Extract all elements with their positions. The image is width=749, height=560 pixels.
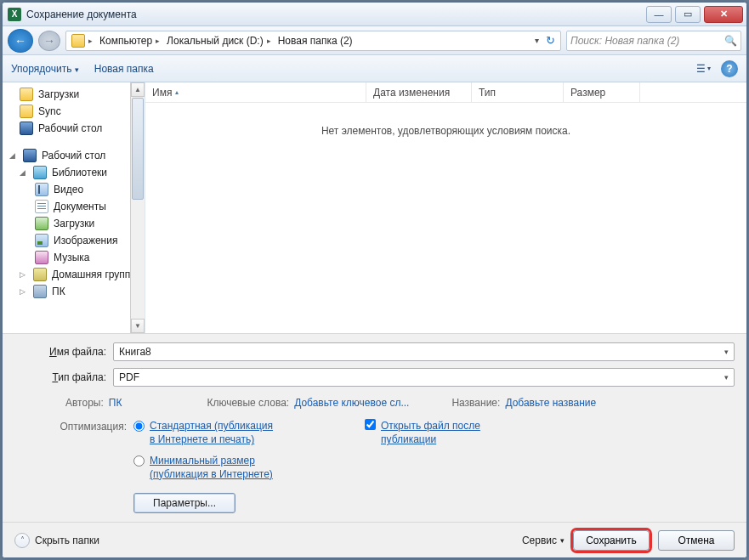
authors-label: Авторы:: [65, 397, 104, 409]
checkbox-open-after-label[interactable]: Открыть файл после публикации: [381, 419, 491, 446]
title-bar: X Сохранение документа — ▭ ✕: [3, 3, 746, 26]
sidebar-item-libraries[interactable]: ◢Библиотеки: [3, 164, 145, 181]
sidebar-item-pc[interactable]: ▷ПК: [3, 283, 145, 300]
column-date[interactable]: Дата изменения: [366, 82, 472, 102]
radio-minimal-label[interactable]: Минимальный размер (публикация в Интерне…: [150, 454, 273, 481]
sidebar-item-video[interactable]: Видео: [3, 181, 145, 198]
back-button[interactable]: ←: [8, 29, 33, 53]
sidebar-item-images[interactable]: Изображения: [3, 232, 145, 249]
sidebar-scrollbar[interactable]: ▲ ▼: [130, 82, 145, 333]
music-icon: [35, 251, 48, 264]
column-type[interactable]: Тип: [472, 82, 564, 102]
sidebar-item-sync[interactable]: Sync: [3, 103, 145, 120]
desktop-icon: [23, 149, 37, 162]
dialog-footer: ˄ Скрыть папки Сервис ▾ Сохранить Отмена: [3, 522, 746, 557]
breadcrumb-dropdown[interactable]: ▾: [531, 36, 542, 45]
folder-icon: [71, 34, 85, 48]
close-button[interactable]: ✕: [704, 6, 743, 23]
keywords-value[interactable]: Добавьте ключевое сл...: [294, 397, 409, 409]
window-title: Сохранение документа: [26, 8, 646, 20]
radio-minimal[interactable]: [133, 455, 145, 467]
scroll-up-button[interactable]: ▲: [131, 82, 145, 97]
document-icon: [35, 200, 48, 213]
sidebar-item-desktop-root[interactable]: ◢Рабочий стол: [3, 147, 145, 164]
download-icon: [35, 217, 48, 230]
column-size[interactable]: Размер: [564, 82, 640, 102]
sidebar-item-downloads-2[interactable]: Загрузки: [3, 215, 145, 232]
breadcrumb-drive-d[interactable]: Локальный диск (D:) ▸: [163, 35, 275, 47]
optimize-label: Оптимизация:: [14, 419, 127, 433]
search-icon: 🔍: [724, 35, 737, 47]
cancel-button[interactable]: Отмена: [658, 530, 735, 551]
refresh-icon[interactable]: ↻: [542, 34, 559, 47]
column-name[interactable]: Имя▴: [145, 82, 366, 102]
homegroup-icon: [33, 268, 47, 281]
toolbar: Упорядочить ▾ Новая папка ☰ ▾ ?: [3, 55, 746, 82]
chevron-down-icon[interactable]: ▾: [724, 373, 729, 382]
folder-icon: [20, 105, 33, 118]
title-label: Название:: [451, 397, 500, 409]
pc-icon: [33, 285, 47, 298]
checkbox-open-after[interactable]: [365, 419, 376, 430]
chevron-down-icon[interactable]: ▾: [724, 348, 729, 356]
search-input[interactable]: Поиск: Новая папка (2) 🔍: [566, 31, 741, 51]
column-headers: Имя▴ Дата изменения Тип Размер: [145, 82, 746, 103]
save-dialog-window: X Сохранение документа — ▭ ✕ ← → ▸ Компь…: [2, 2, 747, 558]
radio-standard-label[interactable]: Стандартная (публикация в Интернете и пе…: [150, 419, 273, 446]
sidebar-item-desktop-1[interactable]: Рабочий стол: [3, 120, 145, 137]
save-options-panel: Имя файла: Книга8▾ Тип файла: PDF▾ Автор…: [3, 333, 746, 522]
sort-indicator-icon: ▴: [175, 88, 179, 96]
view-mode-button[interactable]: ☰ ▾: [694, 60, 712, 77]
sidebar-item-downloads[interactable]: Загрузки: [3, 86, 145, 103]
new-folder-button[interactable]: Новая папка: [94, 63, 154, 75]
app-icon: X: [8, 8, 21, 21]
breadcrumb-new-folder[interactable]: Новая папка (2): [275, 35, 356, 47]
help-button[interactable]: ?: [721, 60, 738, 77]
title-value[interactable]: Добавьте название: [505, 397, 596, 409]
empty-message: Нет элементов, удовлетворяющих условиям …: [145, 103, 746, 333]
service-menu[interactable]: Сервис ▾: [522, 535, 565, 546]
nav-bar: ← → ▸ Компьютер ▸ Локальный диск (D:) ▸ …: [3, 26, 746, 55]
image-icon: [35, 234, 48, 247]
hide-folders-button[interactable]: ˄ Скрыть папки: [14, 533, 99, 548]
file-list-pane: Имя▴ Дата изменения Тип Размер Нет элеме…: [145, 82, 746, 333]
video-icon: [35, 183, 48, 196]
chevron-up-icon: ˄: [14, 533, 30, 548]
authors-value[interactable]: ПК: [109, 397, 122, 409]
sidebar-item-documents[interactable]: Документы: [3, 198, 145, 215]
save-button[interactable]: Сохранить: [573, 530, 650, 551]
scroll-thumb[interactable]: [132, 98, 144, 200]
libraries-icon: [33, 166, 47, 179]
sidebar-item-homegroup[interactable]: ▷Домашняя групп: [3, 266, 145, 283]
forward-button[interactable]: →: [38, 31, 60, 51]
folder-icon: [20, 88, 33, 101]
desktop-icon: [20, 122, 33, 135]
keywords-label: Ключевые слова:: [207, 397, 289, 409]
filetype-label: Тип файла:: [14, 371, 106, 383]
filename-label: Имя файла:: [14, 346, 106, 358]
scroll-down-button[interactable]: ▼: [131, 319, 145, 333]
sidebar-item-music[interactable]: Музыка: [3, 249, 145, 266]
radio-standard[interactable]: [133, 421, 145, 432]
content-area: Загрузки Sync Рабочий стол ◢Рабочий стол…: [3, 82, 746, 333]
filetype-select[interactable]: PDF▾: [113, 368, 735, 387]
maximize-button[interactable]: ▭: [675, 6, 701, 23]
parameters-button[interactable]: Параметры...: [133, 493, 235, 513]
folder-tree: Загрузки Sync Рабочий стол ◢Рабочий стол…: [3, 82, 145, 333]
minimize-button[interactable]: —: [646, 6, 672, 23]
filename-input[interactable]: Книга8▾: [113, 342, 735, 361]
breadcrumb-computer[interactable]: Компьютер ▸: [96, 35, 163, 47]
organize-menu[interactable]: Упорядочить ▾: [11, 63, 79, 75]
breadcrumb-bar[interactable]: ▸ Компьютер ▸ Локальный диск (D:) ▸ Нова…: [65, 31, 561, 51]
